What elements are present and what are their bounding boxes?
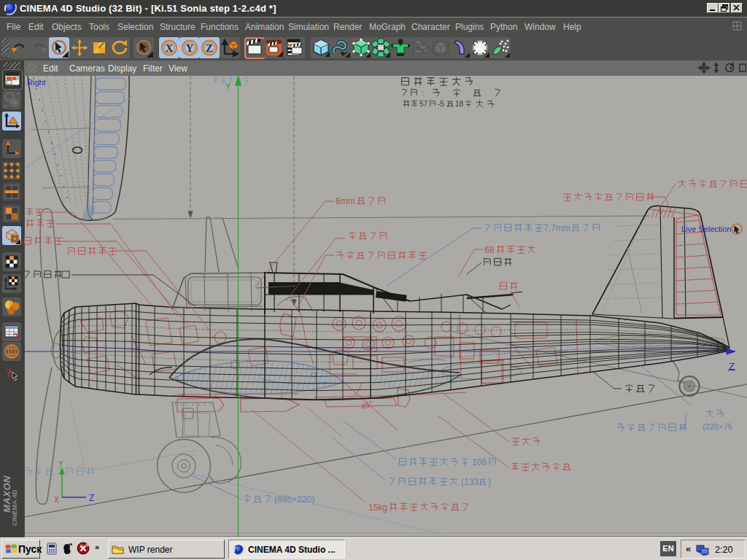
svg-text:68: 68 (484, 245, 495, 255)
svg-text:X: X (166, 43, 173, 54)
svg-text:15kg: 15kg (368, 502, 387, 513)
svg-text:18: 18 (455, 100, 464, 108)
svg-text:(133: (133 (461, 477, 479, 487)
svg-text:Live Selection: Live Selection (681, 225, 732, 233)
svg-text:7.7mm: 7.7mm (543, 223, 570, 233)
svg-text:Z: Z (206, 43, 212, 54)
svg-text:(685×220): (685×220) (274, 494, 314, 505)
svg-text:X: X (54, 496, 59, 504)
svg-text:Y: Y (185, 43, 193, 54)
svg-text:Z: Z (89, 493, 94, 503)
svg-text:?: ? (6, 367, 12, 379)
svg-text:-5: -5 (438, 100, 444, 108)
svg-text:6mm: 6mm (336, 196, 355, 206)
svg-text:Right: Right (27, 78, 46, 87)
svg-text:Y: Y (225, 82, 231, 90)
svg-text:57: 57 (419, 100, 428, 108)
svg-text:(220×75: (220×75 (703, 422, 732, 431)
svg-text:Y: Y (58, 460, 63, 468)
svg-text:): ) (488, 477, 491, 487)
svg-text::: : (422, 89, 424, 97)
svg-text:?: ? (13, 332, 18, 341)
svg-text:106: 106 (472, 457, 487, 467)
